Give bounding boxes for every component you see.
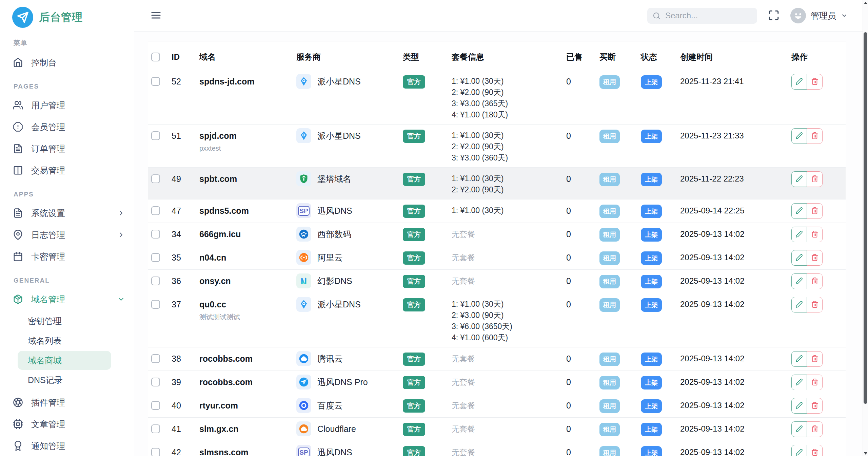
row-checkbox[interactable] (151, 448, 160, 456)
table-row: 52 spdns-jd.com 派小星DNS 官方 1: ¥1.00 (30天)… (148, 70, 846, 125)
row-checkbox[interactable] (151, 174, 160, 183)
delete-button[interactable] (807, 250, 823, 266)
search-input[interactable] (665, 11, 752, 21)
sidebar-item-member-management[interactable]: 会员管理 (13, 116, 125, 138)
sidebar-item-system-settings[interactable]: 系统设置 (13, 202, 125, 224)
table-row: 36 onsy.cn 幻影DNS 官方 无套餐 0 租用 上架 2025-09-… (148, 270, 846, 293)
domain-name: rocobbs.com (199, 375, 292, 390)
fullscreen-icon (768, 10, 780, 22)
type-badge: 官方 (403, 446, 425, 456)
delete-button[interactable] (807, 171, 823, 187)
delete-button[interactable] (807, 128, 823, 144)
delete-button[interactable] (807, 297, 823, 312)
trash-icon (811, 175, 818, 184)
row-checkbox[interactable] (151, 206, 160, 215)
edit-button[interactable] (791, 128, 807, 144)
edit-button[interactable] (791, 203, 807, 219)
sidebar-item-notification-management[interactable]: 通知管理 (13, 435, 125, 456)
edit-button[interactable] (791, 227, 807, 242)
sidebar-section-label: 菜单 (14, 39, 125, 48)
sidebar-item-key-management[interactable]: 密钥管理 (18, 311, 111, 330)
edit-button[interactable] (791, 250, 807, 266)
sidebar-item-plugin-management[interactable]: 插件管理 (13, 392, 125, 413)
west-digital-icon (296, 227, 311, 242)
sidebar-item-trade-management[interactable]: 交易管理 (13, 159, 125, 181)
edit-button[interactable] (791, 171, 807, 187)
provider-name: 腾讯云 (317, 353, 343, 364)
tencent-cloud-icon (296, 351, 311, 366)
row-checkbox[interactable] (151, 300, 160, 309)
row-checkbox[interactable] (151, 77, 160, 86)
no-package-label: 无套餐 (452, 401, 475, 410)
no-package-label: 无套餐 (452, 378, 475, 386)
edit-button[interactable] (791, 375, 807, 390)
pencil-icon (795, 378, 803, 387)
row-checkbox[interactable] (151, 277, 160, 285)
delete-button[interactable] (807, 273, 823, 289)
status-badge: 上架 (641, 446, 662, 456)
delete-button[interactable] (807, 74, 823, 90)
user-menu[interactable]: 管理员 (790, 8, 848, 23)
delete-button[interactable] (807, 375, 823, 390)
sidebar-item-domain-mall[interactable]: 域名商城 (18, 351, 111, 370)
delete-button[interactable] (807, 398, 823, 414)
edit-button[interactable] (791, 273, 807, 289)
sidebar-item-label: 卡密管理 (31, 251, 65, 262)
sidebar-item-domain-list[interactable]: 域名列表 (18, 331, 111, 350)
sidebar-item-dns-records[interactable]: DNS记录 (18, 370, 111, 390)
sold-count: 0 (566, 77, 571, 86)
sidebar-item-console[interactable]: 控制台 (13, 52, 125, 73)
package-info: 1: ¥1.00 (30天)2: ¥3.00 (90天)3: ¥6.00 (36… (452, 297, 562, 343)
status-badge: 上架 (641, 399, 662, 413)
sold-count: 0 (566, 377, 571, 387)
row-checkbox[interactable] (151, 378, 160, 386)
buyout-badge: 租用 (599, 446, 620, 456)
scroll-up-arrow[interactable] (863, 0, 868, 5)
trash-icon (811, 230, 818, 239)
sidebar-section-label: PAGES (14, 83, 125, 90)
row-checkbox[interactable] (151, 253, 160, 262)
delete-button[interactable] (807, 351, 823, 367)
app-logo[interactable]: 后台管理 (0, 0, 134, 33)
edit-button[interactable] (791, 421, 807, 437)
edit-button[interactable] (791, 398, 807, 414)
search-box[interactable] (647, 8, 757, 24)
sidebar-item-article-management[interactable]: 文章管理 (13, 413, 125, 435)
buyout-badge: 租用 (599, 353, 620, 366)
row-checkbox[interactable] (151, 401, 160, 410)
table-row: 37 qu0.cc测试测试测试 派小星DNS 官方 1: ¥1.00 (30天)… (148, 293, 846, 347)
scroll-down-arrow[interactable] (863, 451, 868, 456)
type-badge: 官方 (403, 251, 425, 265)
row-id: 37 (172, 300, 181, 309)
package-info: 1: ¥1.00 (30天)2: ¥2.00 (90天) (452, 171, 562, 195)
delete-button[interactable] (807, 203, 823, 219)
fullscreen-button[interactable] (768, 10, 780, 22)
type-badge: 官方 (403, 376, 425, 389)
row-checkbox[interactable] (151, 131, 160, 140)
sidebar-item-card-key-management[interactable]: 卡密管理 (13, 246, 125, 267)
table-row: 49 spbt.com 堡塔域名 官方 1: ¥1.00 (30天)2: ¥2.… (148, 168, 846, 200)
row-checkbox[interactable] (151, 230, 160, 239)
edit-button[interactable] (791, 297, 807, 312)
table-row: 41 slm.gx.cn Cloudflare 官方 无套餐 0 租用 上架 2… (148, 418, 846, 441)
sidebar-item-user-management[interactable]: 用户管理 (13, 94, 125, 116)
pencil-icon (795, 301, 803, 309)
menu-toggle-button[interactable] (151, 10, 161, 22)
delete-button[interactable] (807, 227, 823, 242)
scrollbar[interactable] (863, 0, 868, 456)
row-id: 39 (172, 377, 181, 387)
delete-button[interactable] (807, 421, 823, 437)
edit-button[interactable] (791, 74, 807, 90)
sidebar-item-log-management[interactable]: 日志管理 (13, 224, 125, 246)
domain-name: rocobbs.com (199, 351, 292, 366)
sidebar-item-order-management[interactable]: 订单管理 (13, 138, 125, 159)
edit-button[interactable] (791, 351, 807, 367)
delete-button[interactable] (807, 445, 823, 456)
scrollbar-thumb[interactable] (864, 32, 867, 404)
row-checkbox[interactable] (151, 354, 160, 363)
created-time: 2025-09-13 14:02 (680, 253, 745, 262)
row-checkbox[interactable] (151, 424, 160, 433)
header-checkbox[interactable] (151, 53, 160, 61)
edit-button[interactable] (791, 445, 807, 456)
sidebar-item-domain-management[interactable]: 域名管理 (13, 288, 125, 310)
